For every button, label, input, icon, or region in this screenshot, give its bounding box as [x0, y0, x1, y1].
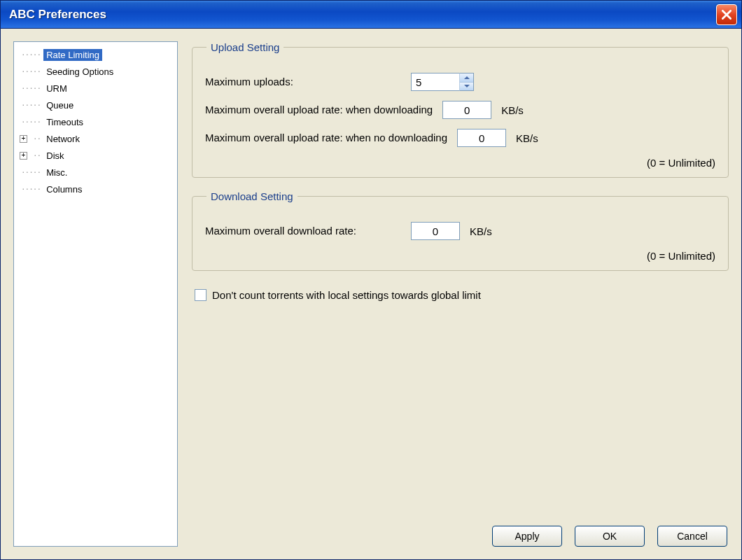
- tree-connector: ·····: [21, 168, 41, 177]
- upload-setting-legend: Upload Setting: [206, 41, 284, 53]
- cancel-button[interactable]: Cancel: [657, 526, 727, 547]
- upload-rate-downloading-input[interactable]: [442, 101, 491, 119]
- dialog-buttons: Apply OK Cancel: [192, 522, 729, 547]
- local-settings-checkbox[interactable]: [195, 289, 206, 301]
- unit-label: KB/s: [501, 104, 524, 116]
- upload-rate-downloading-label: Maximum overall upload rate: when downlo…: [205, 103, 433, 117]
- tree-item-network[interactable]: +··Network: [17, 130, 174, 147]
- chevron-up-icon: [464, 76, 470, 80]
- tree-item-urm[interactable]: ·····URM: [17, 80, 174, 97]
- row-download-rate: Maximum overall download rate: KB/s: [205, 222, 715, 240]
- tree-item-rate-limiting[interactable]: ·····Rate Limiting: [17, 46, 174, 63]
- unit-label: KB/s: [470, 225, 492, 237]
- upload-unlimited-note: (0 = Unlimited): [205, 157, 715, 169]
- close-icon: [722, 10, 732, 20]
- tree-item-disk[interactable]: +··Disk: [17, 147, 174, 164]
- upload-rate-nodownloading-label: Maximum overall upload rate: when no dow…: [205, 131, 447, 145]
- close-button[interactable]: [716, 4, 737, 25]
- tree-connector: ··: [33, 134, 41, 144]
- ok-button[interactable]: OK: [575, 526, 645, 547]
- tree-item-label: Timeouts: [43, 116, 86, 128]
- download-setting-legend: Download Setting: [206, 190, 298, 202]
- dialog-body: ·····Rate Limiting·····Seeding Options··…: [1, 29, 741, 559]
- unit-label: KB/s: [516, 132, 538, 144]
- tree-item-columns[interactable]: ·····Columns: [17, 181, 174, 197]
- max-uploads-label: Maximum uploads:: [205, 75, 401, 89]
- tree-connector: ··: [33, 151, 41, 160]
- titlebar[interactable]: ABC Preferences: [1, 1, 741, 29]
- tree-item-label: Network: [43, 133, 83, 145]
- download-unlimited-note: (0 = Unlimited): [205, 250, 715, 262]
- tree-item-timeouts[interactable]: ·····Timeouts: [17, 113, 174, 130]
- tree-item-label: Columns: [43, 183, 85, 195]
- tree-connector: ·····: [21, 118, 41, 127]
- spinner-down-button[interactable]: [460, 83, 473, 91]
- window-title: ABC Preferences: [9, 8, 716, 22]
- preferences-window: ABC Preferences ·····Rate Limiting·····S…: [0, 0, 742, 560]
- spinner-up-button[interactable]: [460, 74, 473, 83]
- row-max-uploads: Maximum uploads:: [205, 73, 715, 91]
- max-uploads-input[interactable]: [411, 73, 460, 91]
- download-setting-group: Download Setting Maximum overall downloa…: [192, 190, 729, 271]
- tree-item-label: Queue: [43, 99, 76, 111]
- tree-item-label: URM: [43, 83, 70, 94]
- category-tree[interactable]: ·····Rate Limiting·····Seeding Options··…: [13, 41, 178, 547]
- max-uploads-spinner: [411, 73, 474, 91]
- tree-connector: ·····: [21, 50, 41, 59]
- download-rate-input[interactable]: [411, 222, 460, 240]
- row-upload-rate-downloading: Maximum overall upload rate: when downlo…: [205, 101, 715, 119]
- tree-item-label: Rate Limiting: [43, 49, 102, 61]
- chevron-down-icon: [464, 84, 470, 88]
- tree-connector: ·····: [21, 67, 41, 76]
- tree-item-misc[interactable]: ·····Misc.: [17, 164, 174, 181]
- upload-setting-group: Upload Setting Maximum uploads:: [192, 41, 729, 178]
- tree-item-queue[interactable]: ·····Queue: [17, 97, 174, 113]
- row-upload-rate-nodownloading: Maximum overall upload rate: when no dow…: [205, 129, 715, 147]
- upload-rate-nodownloading-input[interactable]: [457, 129, 506, 147]
- download-rate-label: Maximum overall download rate:: [205, 224, 401, 238]
- tree-expander-icon[interactable]: +: [20, 152, 27, 160]
- tree-connector: ·····: [21, 84, 41, 93]
- apply-button[interactable]: Apply: [492, 526, 562, 547]
- tree-item-label: Seeding Options: [43, 66, 116, 78]
- tree-expander-icon[interactable]: +: [20, 135, 27, 143]
- content-area: Upload Setting Maximum uploads:: [192, 41, 729, 547]
- tree-item-label: Disk: [43, 150, 66, 162]
- tree-item-seeding-options[interactable]: ·····Seeding Options: [17, 63, 174, 80]
- local-settings-checkbox-label: Don't count torrents with local settings…: [212, 289, 481, 301]
- checkbox-row: Don't count torrents with local settings…: [195, 289, 729, 301]
- tree-connector: ·····: [21, 185, 41, 194]
- tree-connector: ·····: [21, 101, 41, 110]
- tree-item-label: Misc.: [43, 167, 70, 178]
